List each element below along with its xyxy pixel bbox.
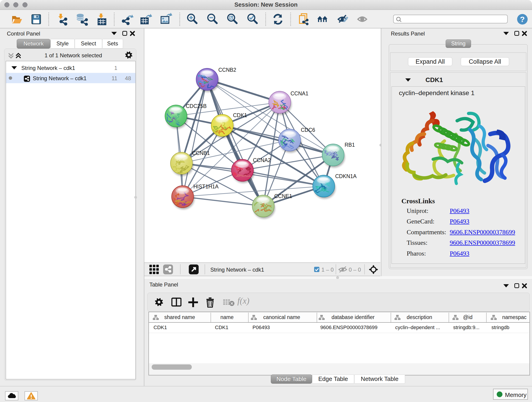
svg-text:CCNB2: CCNB2 xyxy=(218,67,236,73)
svg-text:CDK1: CDK1 xyxy=(233,112,247,118)
svg-text:CDKN1A: CDKN1A xyxy=(335,173,357,179)
svg-text:CDC25B: CDC25B xyxy=(186,103,207,109)
svg-text:CCNE1: CCNE1 xyxy=(274,193,292,199)
svg-text:CCNA1: CCNA1 xyxy=(291,90,308,96)
svg-text:CCNB1: CCNB1 xyxy=(192,150,210,156)
svg-text:HIST1H1A: HIST1H1A xyxy=(193,184,219,190)
svg-text:CDC6: CDC6 xyxy=(301,127,315,133)
svg-text:CCNA2: CCNA2 xyxy=(253,157,271,163)
svg-text:RB1: RB1 xyxy=(345,142,355,148)
